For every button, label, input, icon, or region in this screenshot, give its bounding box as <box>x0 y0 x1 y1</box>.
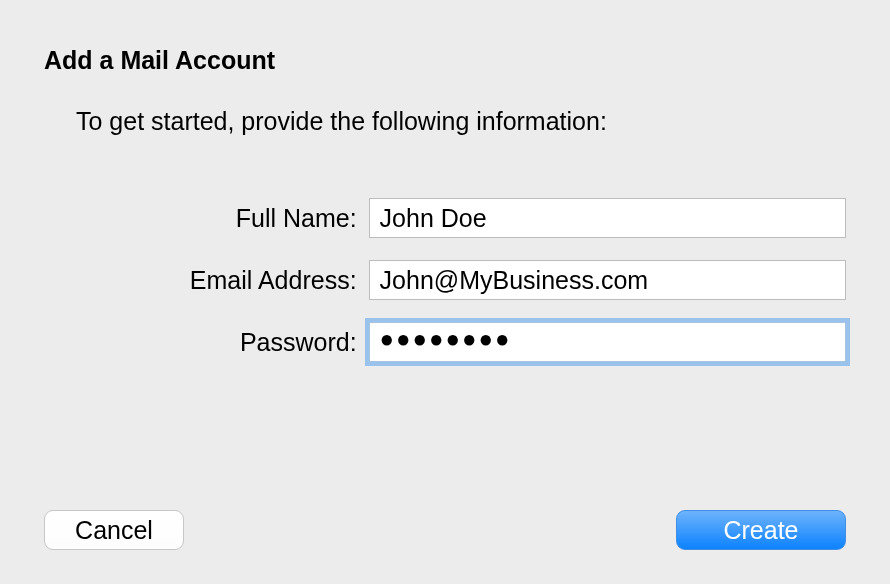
cancel-button[interactable]: Cancel <box>44 510 184 550</box>
full-name-row: Full Name: <box>44 198 846 238</box>
button-bar: Cancel Create <box>44 510 846 550</box>
password-input[interactable]: ●●●●●●●● <box>369 322 846 362</box>
password-row: Password: ●●●●●●●● <box>44 322 846 362</box>
email-row: Email Address: <box>44 260 846 300</box>
dialog-title: Add a Mail Account <box>44 46 846 75</box>
instruction-text: To get started, provide the following in… <box>76 107 846 136</box>
email-input[interactable] <box>369 260 846 300</box>
add-mail-account-dialog: Add a Mail Account To get started, provi… <box>0 0 890 362</box>
create-button[interactable]: Create <box>676 510 846 550</box>
full-name-label: Full Name: <box>44 204 369 233</box>
email-label: Email Address: <box>44 266 369 295</box>
full-name-input[interactable] <box>369 198 846 238</box>
account-form: Full Name: Email Address: Password: ●●●●… <box>44 198 846 362</box>
password-label: Password: <box>44 328 369 357</box>
